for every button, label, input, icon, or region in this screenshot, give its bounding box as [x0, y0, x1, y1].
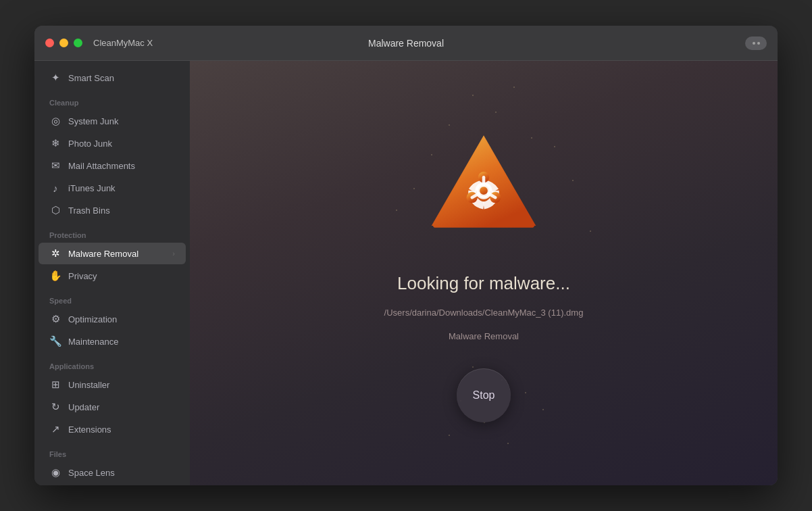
sidebar-item-system-junk[interactable]: ◎ System Junk: [39, 110, 186, 132]
sidebar-item-photo-junk[interactable]: ❄ Photo Junk: [39, 132, 186, 154]
sidebar-item-trash-bins[interactable]: ⬡ Trash Bins: [39, 199, 186, 221]
app-window: CleanMyMac X Malware Removal ✦ Smart Sca…: [34, 26, 778, 485]
trash-bins-icon: ⬡: [49, 204, 61, 216]
traffic-lights: [45, 39, 82, 47]
maintenance-icon: 🔧: [49, 335, 61, 347]
sidebar-label-extensions: Extensions: [68, 424, 111, 435]
sidebar-section-speed: Speed: [34, 287, 190, 308]
extensions-icon: ↗: [49, 423, 61, 435]
sidebar-item-uninstaller[interactable]: ⊞ Uninstaller: [39, 374, 186, 395]
sidebar: ✦ Smart Scan Cleanup ◎ System Junk ❄ Pho…: [34, 61, 190, 485]
sidebar-item-privacy[interactable]: ✋ Privacy: [39, 265, 186, 287]
content-area: ✦ Smart Scan Cleanup ◎ System Junk ❄ Pho…: [34, 61, 778, 485]
app-title: CleanMyMac X: [93, 38, 153, 48]
malware-removal-icon: ✲: [49, 247, 61, 260]
status-title: Looking for malware...: [397, 273, 570, 294]
photo-junk-icon: ❄: [49, 137, 61, 149]
sidebar-label-privacy: Privacy: [68, 271, 97, 281]
sidebar-section-applications: Applications: [34, 353, 190, 373]
mail-attachments-icon: ✉: [49, 160, 61, 172]
optimization-icon: ⚙: [49, 313, 61, 325]
sidebar-label-mail-attachments: Mail Attachments: [68, 161, 135, 171]
sidebar-item-optimization[interactable]: ⚙ Optimization: [39, 308, 186, 330]
sidebar-label-trash-bins: Trash Bins: [68, 205, 110, 216]
sidebar-label-maintenance: Maintenance: [68, 337, 118, 347]
minimize-button[interactable]: [59, 39, 68, 47]
sidebar-item-malware-removal[interactable]: ✲ Malware Removal ›: [39, 243, 186, 264]
sidebar-label-space-lens: Space Lens: [68, 468, 115, 478]
space-lens-icon: ◉: [49, 466, 61, 479]
biohazard-icon: [416, 124, 551, 260]
sidebar-label-smart-scan: Smart Scan: [68, 73, 114, 83]
sidebar-item-space-lens[interactable]: ◉ Space Lens: [39, 462, 186, 483]
status-sublabel: Malware Removal: [449, 331, 519, 341]
sidebar-item-mail-attachments[interactable]: ✉ Mail Attachments: [39, 155, 186, 176]
sidebar-label-system-junk: System Junk: [68, 116, 118, 126]
uninstaller-icon: ⊞: [49, 379, 61, 391]
sidebar-section-files: Files: [34, 441, 190, 461]
sidebar-label-photo-junk: Photo Junk: [68, 139, 112, 149]
sidebar-item-extensions[interactable]: ↗ Extensions: [39, 418, 186, 440]
sidebar-label-optimization: Optimization: [68, 314, 117, 324]
privacy-icon: ✋: [49, 270, 61, 282]
itunes-junk-icon: ♪: [49, 182, 61, 194]
more-options-button[interactable]: [745, 36, 767, 50]
sidebar-label-uninstaller: Uninstaller: [68, 380, 109, 390]
updater-icon: ↻: [49, 401, 61, 413]
maximize-button[interactable]: [74, 39, 82, 47]
sidebar-section-cleanup: Cleanup: [34, 89, 190, 110]
dot-2: [757, 42, 760, 45]
dot-1: [753, 42, 755, 45]
sidebar-item-itunes-junk[interactable]: ♪ iTunes Junk: [39, 177, 186, 199]
main-content: Looking for malware... /Users/darina/Dow…: [384, 124, 584, 422]
sidebar-label-malware-removal: Malware Removal: [68, 249, 138, 259]
file-path: /Users/darina/Downloads/CleanMyMac_3 (11…: [384, 308, 584, 318]
system-junk-icon: ◎: [49, 115, 61, 127]
sidebar-section-protection: Protection: [34, 222, 190, 242]
sidebar-item-updater[interactable]: ↻ Updater: [39, 396, 186, 418]
sidebar-item-large-old-files[interactable]: 📁 Large & Old Files: [39, 484, 186, 485]
sidebar-label-itunes-junk: iTunes Junk: [68, 183, 116, 193]
titlebar: CleanMyMac X Malware Removal: [34, 26, 778, 61]
stop-button[interactable]: Stop: [457, 368, 511, 422]
sidebar-item-maintenance[interactable]: 🔧 Maintenance: [39, 331, 186, 352]
chevron-right-icon: ›: [172, 249, 175, 258]
main-panel: Looking for malware... /Users/darina/Dow…: [190, 61, 778, 485]
titlebar-title: Malware Removal: [368, 38, 444, 49]
close-button[interactable]: [45, 39, 54, 47]
sidebar-item-smart-scan[interactable]: ✦ Smart Scan: [39, 67, 186, 89]
smart-scan-icon: ✦: [49, 72, 61, 84]
sidebar-label-updater: Updater: [68, 402, 99, 412]
